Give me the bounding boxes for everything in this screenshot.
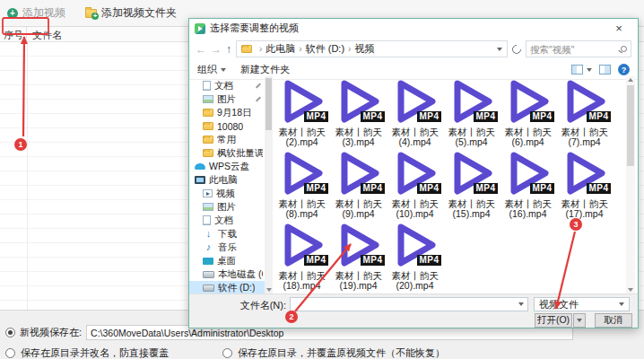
tree-scrollbar[interactable] bbox=[265, 76, 273, 293]
tree-item-icon bbox=[195, 176, 205, 184]
mp4-file-icon: MP4 bbox=[277, 221, 327, 269]
scrollbar-thumb[interactable] bbox=[265, 78, 272, 130]
file-item[interactable]: MP4 素材丨韵天(2).mp4 bbox=[274, 77, 330, 149]
dialog-titlebar: 选择需要调整的视频 × bbox=[189, 19, 638, 38]
tree-item-label: 文档 bbox=[214, 80, 233, 92]
tree-item[interactable]: 视频 bbox=[189, 187, 265, 200]
search-input[interactable] bbox=[530, 44, 617, 55]
view-mode-button[interactable] bbox=[571, 65, 592, 74]
tree-item-label: 文档 bbox=[214, 215, 233, 227]
dialog-footer: 文件名(N): 视频文件 打开(O) 取消 bbox=[189, 293, 638, 328]
file-item[interactable]: MP4 素材丨韵天(8).mp4 bbox=[274, 149, 330, 221]
add-video-button[interactable]: 添加视频 bbox=[7, 5, 65, 21]
filename-input[interactable] bbox=[294, 299, 518, 310]
tree-item[interactable]: 常用 bbox=[189, 133, 265, 146]
column-header-index[interactable]: 序号 bbox=[0, 27, 27, 41]
filename-combobox[interactable] bbox=[290, 297, 528, 311]
tree-item[interactable]: 图片 bbox=[189, 200, 265, 214]
dialog-navbar: ← → ↑ › 此电脑 › 软件 (D:) › 视频 bbox=[189, 38, 638, 60]
up-icon[interactable]: ↑ bbox=[226, 44, 231, 55]
file-name: 素材丨韵天(2).mp4 bbox=[278, 127, 326, 147]
save-overwrite-radio[interactable] bbox=[222, 348, 232, 358]
add-video-folder-button[interactable]: 添加视频文件夹 bbox=[85, 5, 177, 21]
tree-item[interactable]: 9月18日 bbox=[189, 106, 265, 119]
file-item[interactable]: MP4 素材丨韵天(7).mp4 bbox=[556, 77, 613, 149]
file-name: 素材丨韵天(4).mp4 bbox=[391, 127, 439, 147]
file-item[interactable]: MP4 素材丨韵天(17).mp4 bbox=[556, 149, 613, 221]
pin-icon bbox=[256, 83, 261, 88]
save-to-new-path-radio[interactable] bbox=[5, 328, 15, 337]
open-button[interactable]: 打开(O) bbox=[535, 313, 572, 328]
filename-label: 文件名(N): bbox=[214, 299, 286, 312]
file-item[interactable]: MP4 素材丨韵天(10).mp4 bbox=[387, 149, 443, 221]
chevron-down-icon[interactable] bbox=[497, 48, 502, 51]
pin-icon bbox=[256, 96, 261, 101]
tree-item[interactable]: 枫软批量调整视频 bbox=[189, 146, 265, 160]
tree-item-label: 软件 (D:) bbox=[218, 282, 255, 294]
open-split-arrow[interactable] bbox=[573, 313, 586, 328]
file-item[interactable]: MP4 素材丨韵天(6).mp4 bbox=[500, 77, 556, 149]
mp4-badge: MP4 bbox=[361, 183, 384, 194]
tree-item-label: 音乐 bbox=[218, 241, 237, 254]
tree-item[interactable]: WPS云盘 bbox=[189, 160, 265, 173]
file-item[interactable]: MP4 素材丨韵天(20).mp4 bbox=[387, 221, 443, 293]
file-grid: MP4 素材丨韵天(2).mp4 MP4 素材丨韵天(3).mp4 MP4 素材… bbox=[274, 76, 623, 293]
mp4-file-icon: MP4 bbox=[334, 221, 384, 269]
tree-item[interactable]: 图片 bbox=[189, 92, 265, 106]
mp4-file-icon: MP4 bbox=[447, 77, 497, 126]
organize-menu[interactable]: 组织 bbox=[197, 63, 226, 76]
tree-item-label: 常用 bbox=[217, 134, 236, 146]
tree-item[interactable]: 软件 (D:) bbox=[189, 281, 265, 293]
tree-item-label: WPS云盘 bbox=[209, 161, 249, 173]
folder-icon bbox=[241, 45, 252, 53]
file-item[interactable]: MP4 素材丨韵天(5).mp4 bbox=[443, 77, 500, 149]
file-item[interactable]: MP4 素材丨韵天(19).mp4 bbox=[330, 221, 387, 293]
file-type-filter[interactable]: 视频文件 bbox=[534, 297, 630, 311]
new-folder-button[interactable]: 新建文件夹 bbox=[240, 63, 290, 76]
tree-item[interactable]: 此电脑 bbox=[189, 173, 265, 187]
tree-item[interactable]: 本地磁盘 (C:) bbox=[189, 267, 265, 281]
tree-item-icon bbox=[203, 271, 214, 278]
tree-item[interactable]: 下载 bbox=[189, 227, 265, 241]
back-icon[interactable]: ← bbox=[196, 44, 206, 55]
mp4-badge: MP4 bbox=[361, 111, 384, 122]
tree-item[interactable]: 文档 bbox=[189, 214, 265, 227]
mp4-file-icon: MP4 bbox=[390, 77, 440, 126]
scroll-up-icon[interactable] bbox=[628, 78, 633, 82]
file-name: 素材丨韵天(7).mp4 bbox=[561, 127, 608, 147]
file-name: 素材丨韵天(19).mp4 bbox=[335, 271, 382, 291]
cancel-button[interactable]: 取消 bbox=[595, 313, 632, 328]
mp4-file-icon: MP4 bbox=[560, 77, 610, 126]
help-icon[interactable]: ? bbox=[618, 64, 630, 75]
forward-icon[interactable]: → bbox=[211, 44, 222, 55]
breadcrumb-drive-d[interactable]: 软件 (D:) bbox=[306, 42, 344, 56]
mp4-file-icon: MP4 bbox=[447, 149, 497, 197]
save-rename-radio[interactable] bbox=[5, 348, 15, 358]
chevron-down-icon[interactable] bbox=[518, 302, 524, 306]
file-item[interactable]: MP4 素材丨韵天(16).mp4 bbox=[500, 149, 556, 221]
file-item[interactable]: MP4 素材丨韵天(3).mp4 bbox=[330, 77, 387, 149]
file-item[interactable]: MP4 素材丨韵天(9).mp4 bbox=[330, 149, 387, 221]
breadcrumb-videos[interactable]: 视频 bbox=[354, 42, 374, 56]
tree-item-label: 9月18日 bbox=[217, 107, 252, 119]
file-item[interactable]: MP4 素材丨韵天(18).mp4 bbox=[274, 221, 330, 293]
tree-item-label: 桌面 bbox=[217, 255, 236, 267]
scroll-down-icon[interactable] bbox=[266, 288, 272, 292]
breadcrumb-this-pc[interactable]: 此电脑 bbox=[265, 42, 295, 56]
search-box[interactable] bbox=[526, 40, 631, 57]
tree-item[interactable]: 文档 bbox=[189, 79, 265, 92]
scroll-down-icon[interactable] bbox=[628, 288, 633, 292]
address-bar[interactable]: › 此电脑 › 软件 (D:) › 视频 bbox=[236, 40, 508, 57]
close-icon[interactable]: × bbox=[605, 19, 632, 38]
file-item[interactable]: MP4 素材丨韵天(15).mp4 bbox=[443, 149, 500, 221]
file-item[interactable]: MP4 素材丨韵天(4).mp4 bbox=[387, 77, 443, 149]
refresh-icon[interactable] bbox=[510, 42, 523, 55]
scrollbar-thumb[interactable] bbox=[627, 85, 634, 166]
preview-pane-icon[interactable] bbox=[599, 65, 611, 74]
tree-item[interactable]: 10080 bbox=[189, 119, 265, 133]
grid-scrollbar[interactable] bbox=[626, 76, 635, 293]
tree-item[interactable]: 音乐 bbox=[189, 241, 265, 254]
tree-item[interactable]: 桌面 bbox=[189, 254, 265, 267]
tree-item-label: 下载 bbox=[218, 228, 237, 241]
mp4-file-icon: MP4 bbox=[277, 77, 327, 126]
